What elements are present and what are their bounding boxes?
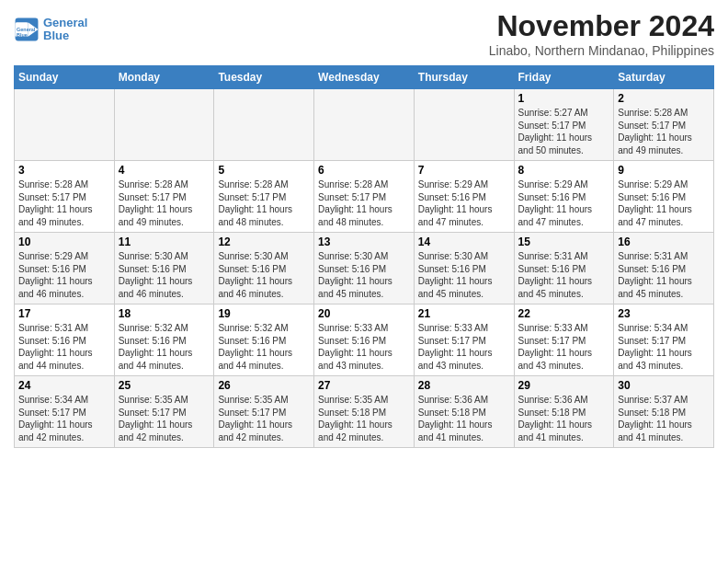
day-info: Sunrise: 5:29 AM Sunset: 5:16 PM Dayligh… xyxy=(518,178,610,228)
week-row-3: 10Sunrise: 5:29 AM Sunset: 5:16 PM Dayli… xyxy=(15,233,714,304)
calendar-cell: 29Sunrise: 5:36 AM Sunset: 5:18 PM Dayli… xyxy=(514,376,614,448)
day-number: 6 xyxy=(318,164,410,177)
day-number: 13 xyxy=(318,236,410,248)
calendar-cell: 27Sunrise: 5:35 AM Sunset: 5:18 PM Dayli… xyxy=(314,376,415,448)
day-info: Sunrise: 5:29 AM Sunset: 5:16 PM Dayligh… xyxy=(18,250,110,300)
calendar-cell: 15Sunrise: 5:31 AM Sunset: 5:16 PM Dayli… xyxy=(514,233,614,304)
calendar-cell xyxy=(414,89,514,161)
day-number: 25 xyxy=(119,379,210,392)
week-row-5: 24Sunrise: 5:34 AM Sunset: 5:17 PM Dayli… xyxy=(15,376,714,448)
day-number: 20 xyxy=(318,307,410,320)
calendar-cell: 18Sunrise: 5:32 AM Sunset: 5:16 PM Dayli… xyxy=(114,304,214,376)
day-info: Sunrise: 5:28 AM Sunset: 5:17 PM Dayligh… xyxy=(318,178,410,228)
calendar-cell: 25Sunrise: 5:35 AM Sunset: 5:17 PM Dayli… xyxy=(114,376,214,448)
calendar-cell: 22Sunrise: 5:33 AM Sunset: 5:17 PM Dayli… xyxy=(514,304,614,376)
calendar-cell: 7Sunrise: 5:29 AM Sunset: 5:16 PM Daylig… xyxy=(414,161,514,233)
day-number: 30 xyxy=(618,379,710,392)
logo-text: General Blue xyxy=(43,17,87,43)
day-info: Sunrise: 5:35 AM Sunset: 5:17 PM Dayligh… xyxy=(119,394,210,443)
weekday-header-wednesday: Wednesday xyxy=(314,66,415,89)
calendar-cell: 20Sunrise: 5:33 AM Sunset: 5:16 PM Dayli… xyxy=(314,304,415,376)
calendar-cell: 11Sunrise: 5:30 AM Sunset: 5:16 PM Dayli… xyxy=(114,233,214,304)
calendar-cell: 2Sunrise: 5:28 AM Sunset: 5:17 PM Daylig… xyxy=(614,89,714,161)
day-info: Sunrise: 5:28 AM Sunset: 5:17 PM Dayligh… xyxy=(218,178,310,228)
day-info: Sunrise: 5:28 AM Sunset: 5:17 PM Dayligh… xyxy=(18,178,110,228)
calendar-cell: 16Sunrise: 5:31 AM Sunset: 5:16 PM Dayli… xyxy=(614,233,714,304)
day-info: Sunrise: 5:33 AM Sunset: 5:16 PM Dayligh… xyxy=(318,322,410,372)
day-info: Sunrise: 5:35 AM Sunset: 5:17 PM Dayligh… xyxy=(218,394,310,443)
day-info: Sunrise: 5:30 AM Sunset: 5:16 PM Dayligh… xyxy=(119,250,210,300)
day-number: 14 xyxy=(418,236,510,248)
day-info: Sunrise: 5:31 AM Sunset: 5:16 PM Dayligh… xyxy=(18,322,110,372)
calendar-cell xyxy=(15,89,115,161)
calendar-cell: 3Sunrise: 5:28 AM Sunset: 5:17 PM Daylig… xyxy=(15,161,115,233)
day-number: 23 xyxy=(618,307,710,320)
day-number: 27 xyxy=(318,379,410,392)
day-number: 16 xyxy=(618,236,710,248)
calendar-cell xyxy=(214,89,314,161)
day-info: Sunrise: 5:27 AM Sunset: 5:17 PM Dayligh… xyxy=(518,107,610,156)
day-number: 7 xyxy=(418,164,510,177)
calendar-cell: 23Sunrise: 5:34 AM Sunset: 5:17 PM Dayli… xyxy=(614,304,714,376)
day-info: Sunrise: 5:30 AM Sunset: 5:16 PM Dayligh… xyxy=(418,250,510,300)
day-number: 18 xyxy=(119,307,210,320)
calendar-cell: 24Sunrise: 5:34 AM Sunset: 5:17 PM Dayli… xyxy=(15,376,115,448)
day-number: 5 xyxy=(218,164,310,177)
day-info: Sunrise: 5:36 AM Sunset: 5:18 PM Dayligh… xyxy=(518,394,610,443)
weekday-header-sunday: Sunday xyxy=(15,66,115,89)
day-number: 22 xyxy=(518,307,610,320)
calendar-cell: 26Sunrise: 5:35 AM Sunset: 5:17 PM Dayli… xyxy=(214,376,314,448)
day-number: 9 xyxy=(618,164,710,177)
day-info: Sunrise: 5:32 AM Sunset: 5:16 PM Dayligh… xyxy=(119,322,210,372)
day-number: 4 xyxy=(119,164,210,177)
day-number: 11 xyxy=(119,236,210,248)
weekday-header-monday: Monday xyxy=(114,66,214,89)
calendar-cell: 13Sunrise: 5:30 AM Sunset: 5:16 PM Dayli… xyxy=(314,233,415,304)
calendar-cell: 10Sunrise: 5:29 AM Sunset: 5:16 PM Dayli… xyxy=(15,233,115,304)
logo-icon: General Blue xyxy=(14,17,40,42)
calendar-cell: 14Sunrise: 5:30 AM Sunset: 5:16 PM Dayli… xyxy=(414,233,514,304)
day-info: Sunrise: 5:29 AM Sunset: 5:16 PM Dayligh… xyxy=(618,178,710,228)
month-title: November 2024 xyxy=(489,9,714,43)
day-number: 1 xyxy=(518,92,610,105)
day-info: Sunrise: 5:31 AM Sunset: 5:16 PM Dayligh… xyxy=(618,250,710,300)
weekday-header-thursday: Thursday xyxy=(414,66,514,89)
day-number: 2 xyxy=(618,92,710,105)
weekday-header-tuesday: Tuesday xyxy=(214,66,314,89)
calendar-cell: 28Sunrise: 5:36 AM Sunset: 5:18 PM Dayli… xyxy=(414,376,514,448)
day-info: Sunrise: 5:28 AM Sunset: 5:17 PM Dayligh… xyxy=(119,178,210,228)
day-info: Sunrise: 5:33 AM Sunset: 5:17 PM Dayligh… xyxy=(518,322,610,372)
calendar-cell: 21Sunrise: 5:33 AM Sunset: 5:17 PM Dayli… xyxy=(414,304,514,376)
day-number: 15 xyxy=(518,236,610,248)
calendar-cell: 12Sunrise: 5:30 AM Sunset: 5:16 PM Dayli… xyxy=(214,233,314,304)
day-info: Sunrise: 5:30 AM Sunset: 5:16 PM Dayligh… xyxy=(218,250,310,300)
day-number: 24 xyxy=(18,379,110,392)
day-number: 21 xyxy=(418,307,510,320)
day-number: 8 xyxy=(518,164,610,177)
week-row-4: 17Sunrise: 5:31 AM Sunset: 5:16 PM Dayli… xyxy=(15,304,714,376)
day-number: 19 xyxy=(218,307,310,320)
day-number: 17 xyxy=(18,307,110,320)
day-number: 10 xyxy=(18,236,110,248)
page-header: General Blue General Blue November 2024 … xyxy=(14,9,714,58)
week-row-2: 3Sunrise: 5:28 AM Sunset: 5:17 PM Daylig… xyxy=(15,161,714,233)
calendar-cell: 6Sunrise: 5:28 AM Sunset: 5:17 PM Daylig… xyxy=(314,161,415,233)
day-info: Sunrise: 5:34 AM Sunset: 5:17 PM Dayligh… xyxy=(618,322,710,372)
day-number: 29 xyxy=(518,379,610,392)
location-title: Linabo, Northern Mindanao, Philippines xyxy=(489,43,714,58)
svg-text:General: General xyxy=(17,27,36,32)
weekday-header-saturday: Saturday xyxy=(614,66,714,89)
weekday-header-row: SundayMondayTuesdayWednesdayThursdayFrid… xyxy=(15,66,714,89)
calendar-cell xyxy=(114,89,214,161)
day-number: 3 xyxy=(18,164,110,177)
weekday-header-friday: Friday xyxy=(514,66,614,89)
calendar-cell: 4Sunrise: 5:28 AM Sunset: 5:17 PM Daylig… xyxy=(114,161,214,233)
day-number: 12 xyxy=(218,236,310,248)
day-info: Sunrise: 5:33 AM Sunset: 5:17 PM Dayligh… xyxy=(418,322,510,372)
day-info: Sunrise: 5:31 AM Sunset: 5:16 PM Dayligh… xyxy=(518,250,610,300)
day-info: Sunrise: 5:35 AM Sunset: 5:18 PM Dayligh… xyxy=(318,394,410,443)
calendar-cell: 8Sunrise: 5:29 AM Sunset: 5:16 PM Daylig… xyxy=(514,161,614,233)
day-info: Sunrise: 5:29 AM Sunset: 5:16 PM Dayligh… xyxy=(418,178,510,228)
week-row-1: 1Sunrise: 5:27 AM Sunset: 5:17 PM Daylig… xyxy=(15,89,714,161)
logo: General Blue General Blue xyxy=(14,17,87,43)
